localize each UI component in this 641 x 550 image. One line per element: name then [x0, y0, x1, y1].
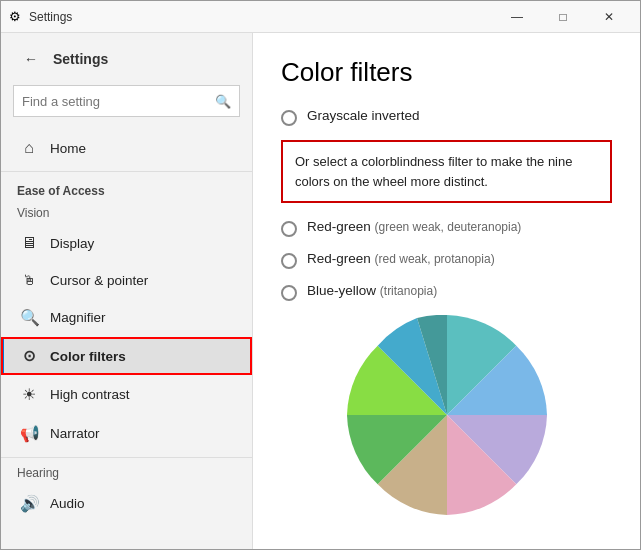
radio-sublabel-by: (tritanopia) — [380, 284, 437, 298]
magnifier-icon: 🔍 — [20, 308, 38, 327]
main-content: Color filters Grayscale inverted Or sele… — [253, 33, 640, 549]
sidebar-section-ease: Ease of Access — [1, 176, 252, 202]
sidebar-item-display[interactable]: 🖥 Display — [1, 224, 252, 262]
info-text: Or select a colorblindness filter to mak… — [295, 154, 572, 189]
window-title: Settings — [29, 10, 72, 24]
back-button[interactable]: ← — [17, 45, 45, 73]
sidebar-item-magnifier[interactable]: 🔍 Magnifier — [1, 298, 252, 337]
search-icon: 🔍 — [215, 94, 231, 109]
minimize-button[interactable]: — — [494, 1, 540, 33]
sidebar-divider-1 — [1, 171, 252, 172]
sidebar-nav-top: ← Settings — [1, 33, 252, 85]
search-input[interactable] — [22, 94, 215, 109]
radio-red-green-protan[interactable]: Red-green (red weak, protanopia) — [281, 251, 612, 269]
sidebar-item-color-filters[interactable]: ⊙ Color filters — [1, 337, 252, 375]
title-bar: ⚙ Settings — □ ✕ — [1, 1, 640, 33]
sidebar-item-label-display: Display — [50, 236, 94, 251]
radio-grayscale-inverted[interactable]: Grayscale inverted — [281, 108, 612, 126]
color-wheel — [347, 315, 547, 515]
sidebar-app-title: Settings — [53, 51, 108, 67]
sidebar-item-cursor[interactable]: 🖱 Cursor & pointer — [1, 262, 252, 298]
narrator-icon: 📢 — [20, 424, 38, 443]
cursor-icon: 🖱 — [20, 272, 38, 288]
radio-label-rg-deutan: Red-green (green weak, deuteranopia) — [307, 219, 521, 234]
sidebar-item-narrator[interactable]: 📢 Narrator — [1, 414, 252, 453]
settings-window: ⚙ Settings — □ ✕ ← Settings 🔍 ⌂ — [0, 0, 641, 550]
back-icon: ← — [24, 51, 38, 67]
sidebar-item-label-high-contrast: High contrast — [50, 387, 130, 402]
radio-label-grayscale: Grayscale inverted — [307, 108, 420, 123]
title-bar-controls: — □ ✕ — [494, 1, 632, 33]
close-button[interactable]: ✕ — [586, 1, 632, 33]
search-box[interactable]: 🔍 — [13, 85, 240, 117]
color-wheel-container — [281, 315, 612, 515]
sidebar-section-vision: Vision — [1, 202, 252, 224]
audio-icon: 🔊 — [20, 494, 38, 513]
settings-icon: ⚙ — [9, 9, 21, 24]
display-icon: 🖥 — [20, 234, 38, 252]
info-box: Or select a colorblindness filter to mak… — [281, 140, 612, 203]
radio-sublabel-rg-deutan: (green weak, deuteranopia) — [375, 220, 522, 234]
radio-blue-yellow[interactable]: Blue-yellow (tritanopia) — [281, 283, 612, 301]
sidebar-item-high-contrast[interactable]: ☀ High contrast — [1, 375, 252, 414]
radio-circle-rg-protan[interactable] — [281, 253, 297, 269]
sidebar-item-label-cursor: Cursor & pointer — [50, 273, 148, 288]
sidebar-section-hearing: Hearing — [1, 462, 252, 484]
home-icon: ⌂ — [20, 139, 38, 157]
sidebar-item-audio[interactable]: 🔊 Audio — [1, 484, 252, 523]
title-bar-left: ⚙ Settings — [9, 9, 72, 24]
window-content: ← Settings 🔍 ⌂ Home Ease of Access Visio… — [1, 33, 640, 549]
sidebar-item-label-home: Home — [50, 141, 86, 156]
radio-label-by: Blue-yellow (tritanopia) — [307, 283, 437, 298]
sidebar-item-label-color-filters: Color filters — [50, 349, 126, 364]
page-title: Color filters — [281, 57, 612, 88]
radio-label-rg-protan: Red-green (red weak, protanopia) — [307, 251, 495, 266]
radio-circle-rg-deutan[interactable] — [281, 221, 297, 237]
sidebar: ← Settings 🔍 ⌂ Home Ease of Access Visio… — [1, 33, 253, 549]
radio-circle-by[interactable] — [281, 285, 297, 301]
sidebar-divider-2 — [1, 457, 252, 458]
radio-sublabel-rg-protan: (red weak, protanopia) — [375, 252, 495, 266]
sidebar-item-label-magnifier: Magnifier — [50, 310, 106, 325]
sidebar-item-home[interactable]: ⌂ Home — [1, 129, 252, 167]
radio-red-green-deutan[interactable]: Red-green (green weak, deuteranopia) — [281, 219, 612, 237]
sidebar-item-label-audio: Audio — [50, 496, 85, 511]
radio-circle-grayscale[interactable] — [281, 110, 297, 126]
maximize-button[interactable]: □ — [540, 1, 586, 33]
sidebar-item-label-narrator: Narrator — [50, 426, 100, 441]
color-filters-icon: ⊙ — [20, 347, 38, 365]
high-contrast-icon: ☀ — [20, 385, 38, 404]
